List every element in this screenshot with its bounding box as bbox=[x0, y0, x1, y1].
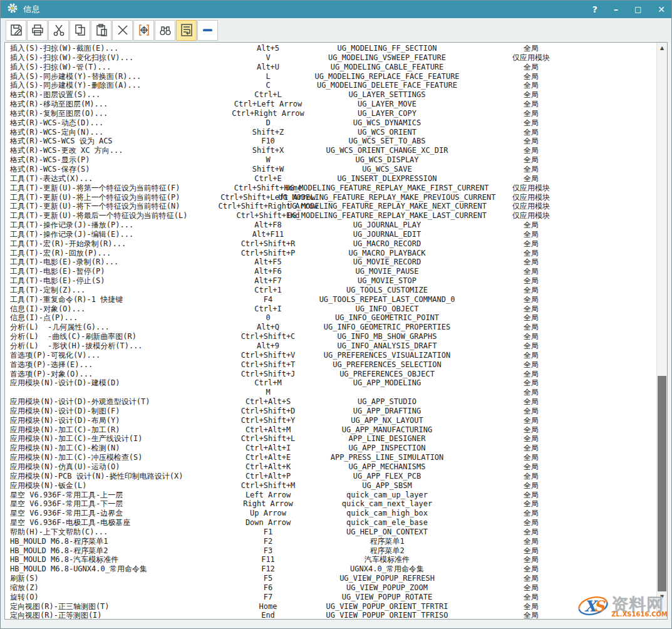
shortcut-cell: Ctrl+Shift+P bbox=[241, 249, 296, 258]
close-button[interactable]: ✕ bbox=[658, 5, 665, 14]
find-button[interactable] bbox=[155, 20, 175, 41]
shortcut-row: 信息(I)-对象(O)... Ctrl+I UG_INFO_OBJECT 全局 bbox=[10, 304, 656, 314]
shortcut-cell: Alt+F6 bbox=[254, 267, 281, 276]
print-icon bbox=[30, 23, 45, 38]
shortcut-cell: Ctrl+Shift+T bbox=[241, 360, 296, 370]
scope-cell: 全局 bbox=[524, 304, 539, 314]
scroll-down-icon[interactable]: ▼ bbox=[657, 591, 667, 601]
scope-cell: 全局 bbox=[524, 249, 539, 258]
shortcut-listing-area[interactable]: 插入(S)-扫掠(W)-截面(E)... Alt+5 UG_MODELING_F… bbox=[4, 42, 668, 620]
shortcut-cell: Home bbox=[259, 602, 277, 611]
menu-path-cell: 插入(S)-同步建模(Y)-删除面(A)... bbox=[10, 81, 218, 90]
menu-path-cell: 格式(R)-WCS-WCS 设为 ACS bbox=[10, 137, 218, 146]
shortcut-cell: F5 bbox=[264, 574, 272, 583]
menu-path-cell: 星空 V6.936F-电极工具-电极基座 bbox=[10, 518, 218, 528]
menu-path-cell: 应用模块(N)-加工(C)-生产线设计(I) bbox=[10, 434, 218, 444]
print-button[interactable] bbox=[27, 20, 48, 41]
menu-path-cell: 缩放(Z) bbox=[10, 583, 218, 593]
menu-path-cell: 工具(T)-宏(R)-回放(P)... bbox=[10, 249, 218, 258]
scope-cell: 全局 bbox=[524, 351, 539, 360]
minimize-button[interactable]: – bbox=[614, 5, 618, 14]
shortcut-row: 星空 V6.936F-常用工具-下一层 Right Arrow quick_ca… bbox=[10, 499, 656, 509]
vertical-scrollbar[interactable]: ▲ ▼ bbox=[656, 43, 667, 619]
command-cell: UG_PREFERENCES_OBJECT bbox=[339, 370, 435, 379]
scope-cell: 全局 bbox=[524, 332, 539, 341]
menu-path-cell: 插入(S)-同步建模(Y)-替换面(R)... bbox=[10, 72, 218, 81]
scroll-up-icon[interactable]: ▲ bbox=[657, 43, 667, 53]
shortcut-row: 格式(R)-图层设置(S)... Ctrl+L UG_LAYER_SETTING… bbox=[10, 90, 656, 100]
shortcut-cell: Alt+U bbox=[257, 63, 279, 72]
menu-path-cell: 应用模块(N)-加工(C)-冲压模检查(S) bbox=[10, 453, 218, 462]
shortcut-cell: Shift+W bbox=[252, 165, 284, 174]
shortcut-row: HB_MOULD M6.8-程序菜单2 F3 程序菜单2 全局 bbox=[10, 546, 656, 556]
command-cell: UG_APP_INSPECTION bbox=[349, 444, 426, 453]
shortcut-row: 格式(R)-WCS-WCS 设为 ACS F10 UG_WCS_SET_TO_A… bbox=[10, 137, 656, 146]
scope-cell: 全局 bbox=[524, 481, 539, 491]
menu-path-cell: 首选项(P)-可视化(V)... bbox=[10, 351, 218, 360]
shortcut-row: 分析(L) -形状(H)-拔模分析(T)... Alt+9 UG_INFO_AN… bbox=[10, 341, 656, 351]
save-button[interactable] bbox=[6, 20, 26, 41]
command-cell: UG_APP_DRAFTING bbox=[353, 407, 421, 416]
shortcut-row: 工具(T)-定制(Z)... Ctrl+1 UG_TOOLS_CUSTOMIZE… bbox=[10, 286, 656, 295]
command-cell: UG_MODELING_DELETE_FACE_FEATURE bbox=[317, 81, 457, 90]
shortcut-row: HB_MOULD M6.8-汽车模标准件 F11 汽车模标准件 全局 bbox=[10, 555, 656, 564]
command-cell: APP_LINE_DESIGNER bbox=[349, 434, 426, 444]
shortcut-row: 工具(T)-电影(E)-录制(R)... Alt+F5 UG_MOVIE_REC… bbox=[10, 257, 656, 267]
shortcut-row: HB_MOULD M6.8-程序菜单1 F2 程序菜单1 全局 bbox=[10, 537, 656, 546]
shortcut-cell: F1 bbox=[264, 528, 272, 537]
shortcut-row: 插入(S)-扫掠(W)-变化扫掠(V)... V UG_MODELING_VSW… bbox=[10, 53, 656, 63]
shortcut-row: HB_MOULD M6.8-UGNX4.0_常用命令集 F12 UGNX4.0_… bbox=[10, 564, 656, 574]
shortcut-cell: W bbox=[266, 155, 270, 165]
shortcut-cell: Ctrl+Alt+P bbox=[246, 472, 291, 481]
copy-button[interactable] bbox=[70, 20, 90, 41]
menu-path-cell: 工具(T)-电影(E)-暂停(P) bbox=[10, 267, 218, 276]
menu-path-cell: 定向视图(R)-正等测图(I) bbox=[10, 611, 218, 620]
shortcut-cell: Ctrl+Alt+S bbox=[246, 397, 291, 407]
paste-button[interactable] bbox=[91, 20, 111, 41]
shortcut-row: 工具(T)-表达式(X)... Ctrl+E UG_INSERT_DLEXPRE… bbox=[10, 174, 656, 184]
command-cell: quick_cam_next_layer bbox=[342, 499, 433, 509]
locate-button[interactable] bbox=[133, 20, 154, 41]
help-button[interactable]: ? bbox=[592, 5, 597, 14]
shortcut-cell: F6 bbox=[264, 583, 272, 593]
shortcut-cell: Alt+F8 bbox=[254, 221, 281, 230]
wrap-button[interactable] bbox=[176, 20, 197, 41]
shortcut-row: 分析(L) -几何属性(G)... Alt+Q UG_INFO_GEOMETRI… bbox=[10, 323, 656, 332]
scope-cell: 仅应用模块 bbox=[512, 53, 550, 63]
shortcut-row: 应用模块(N)-加工(C)-冲压模检查(S) Ctrl+Alt+E APP_PR… bbox=[10, 453, 656, 462]
delete-button[interactable] bbox=[112, 20, 133, 41]
menu-path-cell: 插入(S)-扫掠(W)-截面(E)... bbox=[10, 44, 218, 53]
menu-path-cell bbox=[10, 388, 218, 397]
cut-button[interactable] bbox=[48, 20, 69, 41]
collapse-button[interactable] bbox=[197, 20, 218, 41]
scope-cell: 全局 bbox=[524, 63, 539, 72]
maximize-button[interactable]: □ bbox=[634, 6, 641, 13]
menu-path-cell: 应用模块(N)-仿真(U)-运动(O) bbox=[10, 462, 218, 472]
scope-cell: 全局 bbox=[524, 100, 539, 109]
shortcut-cell: Alt+F11 bbox=[252, 230, 284, 239]
shortcut-row: 工具(T)-电影(E)-暂停(P) Alt+F6 UG_MOVIE_PAUSE … bbox=[10, 267, 656, 276]
shortcut-row: 工具(T)-操作记录(J)-播放(P)... Alt+F8 UG_JOURNAL… bbox=[10, 221, 656, 230]
shortcut-row: 首选项(P)-对象(O)... Ctrl+Shift+J UG_PREFEREN… bbox=[10, 370, 656, 379]
scrollbar-thumb[interactable] bbox=[658, 376, 666, 591]
command-cell: UG_MODELING_CABLE_FEATURE bbox=[331, 63, 444, 72]
menu-path-cell: 应用模块(N)-设计(D)-布局(Y) bbox=[10, 416, 218, 425]
shortcut-row: 工具(T)-更新(U)-将下一个特征设为当前特征(N) Ctrl+Shift+R… bbox=[10, 202, 656, 211]
scope-cell: 全局 bbox=[524, 564, 539, 574]
command-cell: UG_WCS_SET_TO_ABS bbox=[349, 137, 426, 146]
menu-path-cell: 分析(L) -形状(H)-拔模分析(T)... bbox=[10, 341, 218, 351]
menu-path-cell: 星空 V6.936F-常用工具-下一层 bbox=[10, 499, 218, 509]
scope-cell: 全局 bbox=[524, 360, 539, 370]
shortcut-row: 应用模块(N)-PCB 设计(N)-挠性印制电路设计(X) Ctrl+Alt+P… bbox=[10, 472, 656, 481]
shortcut-row: 工具(T)-操作记录(J)-编辑(E)... Alt+F11 UG_JOURNA… bbox=[10, 230, 656, 239]
shortcut-cell: Ctrl+Shift+L bbox=[241, 434, 296, 444]
command-cell: UG_VIEW_POPUP_REFRESH bbox=[339, 574, 435, 583]
menu-path-cell: 信息(I)-点(P)... bbox=[10, 313, 218, 323]
scope-cell: 全局 bbox=[524, 611, 539, 620]
scope-cell: 全局 bbox=[524, 257, 539, 267]
scope-cell: 全局 bbox=[524, 425, 539, 435]
shortcut-row: 首选项(P)-可视化(V)... Ctrl+Shift+V UG_PREFERE… bbox=[10, 351, 656, 360]
menu-path-cell: 工具(T)-更新(U)-将最后一个特征设为当前特征(L) bbox=[10, 211, 218, 221]
command-cell: UG_LAYER_SETTINGS bbox=[349, 90, 426, 100]
menu-path-cell: 旋转(O) bbox=[10, 593, 218, 602]
